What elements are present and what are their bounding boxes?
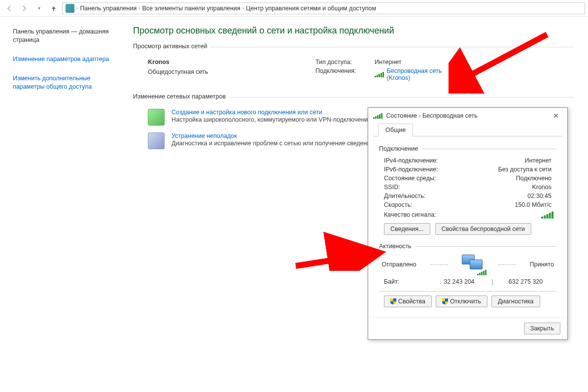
- bytes-sent: 32 243 204: [433, 278, 485, 285]
- speed-label: Скорость:: [384, 201, 412, 208]
- page-title: Просмотр основных сведений о сети и наст…: [133, 26, 573, 36]
- access-type-label: Тип доступа:: [315, 59, 375, 65]
- status-dialog: Состояние - Беспроводная сеть ✕ Общие По…: [368, 107, 568, 340]
- dialog-tabs: Общие: [373, 124, 562, 136]
- activity-graphic: Отправлено Принято: [379, 255, 556, 274]
- navbar: ▾ › Панель управления › Все элементы пан…: [0, 0, 588, 17]
- tab-general[interactable]: Общие: [378, 124, 413, 136]
- new-connection-icon: [148, 109, 165, 126]
- up-button[interactable]: [47, 2, 60, 15]
- monitors-icon: [462, 255, 484, 274]
- sidebar-home[interactable]: Панель управления — домашняя страница: [13, 28, 123, 44]
- forward-button[interactable]: [18, 2, 31, 15]
- shield-icon: [442, 298, 448, 304]
- bytes-received: 632 275 320: [500, 278, 552, 285]
- shield-icon: [390, 298, 396, 304]
- task-title[interactable]: Создание и настройка нового подключения …: [172, 109, 322, 116]
- troubleshoot-icon: [148, 132, 165, 149]
- breadcrumb-item[interactable]: Центр управления сетями и общим доступом: [246, 5, 376, 12]
- disable-button[interactable]: Отключить: [436, 295, 487, 307]
- ipv6-label: IPv6-подключение:: [384, 166, 438, 173]
- close-button[interactable]: ✕: [550, 112, 562, 120]
- sidebar: Панель управления — домашняя страница Из…: [0, 17, 128, 392]
- close-dialog-button[interactable]: Закрыть: [524, 323, 560, 334]
- dialog-titlebar[interactable]: Состояние - Беспроводная сеть ✕: [368, 108, 567, 124]
- wifi-bars-icon: [375, 71, 384, 77]
- properties-button[interactable]: Свойства: [384, 295, 432, 307]
- connection-group-label: Подключение: [379, 145, 556, 152]
- access-type-value: Интернет: [375, 59, 402, 65]
- speed-value: 150.0 Мбит/с: [515, 201, 552, 208]
- wifi-bars-icon: [373, 113, 382, 119]
- connections-label: Подключения:: [315, 67, 375, 81]
- control-panel-icon: [66, 4, 74, 13]
- active-network: Kronos Общедоступная сеть Тип доступа: И…: [148, 59, 573, 83]
- ssid-value: Kronos: [532, 184, 552, 191]
- task-title[interactable]: Устранение неполадок: [172, 132, 237, 139]
- duration-value: 02:30:45: [527, 193, 552, 199]
- breadcrumb-item[interactable]: Все элементы панели управления: [142, 5, 241, 12]
- bytes-label: Байт:: [384, 278, 433, 285]
- breadcrumb[interactable]: › Панель управления › Все элементы панел…: [62, 2, 585, 14]
- change-settings-heading: Изменение сетевых параметров: [133, 93, 573, 102]
- network-name: Kronos: [148, 59, 315, 65]
- diagnose-button[interactable]: Диагностика: [491, 295, 540, 307]
- sent-label: Отправлено: [381, 261, 416, 268]
- recv-label: Принято: [530, 261, 554, 268]
- wireless-properties-button[interactable]: Свойства беспроводной сети: [435, 223, 532, 235]
- media-state-value: Подключено: [516, 175, 552, 182]
- media-state-label: Состояние среды:: [384, 175, 436, 182]
- dialog-title: Состояние - Беспроводная сеть: [386, 112, 546, 119]
- duration-label: Длительность:: [384, 193, 426, 199]
- network-profile: Общедоступная сеть: [148, 68, 315, 75]
- sidebar-adapter-settings[interactable]: Изменение параметров адаптера: [13, 55, 123, 64]
- details-button[interactable]: Сведения...: [384, 223, 430, 235]
- active-networks-heading: Просмотр активных сетей: [133, 43, 573, 52]
- ipv4-value: Интернет: [524, 157, 552, 164]
- sidebar-sharing-settings[interactable]: Изменить дополнительные параметры общего…: [13, 74, 123, 91]
- activity-group-label: Активность: [379, 243, 556, 250]
- ssid-label: SSID:: [384, 184, 400, 191]
- breadcrumb-item[interactable]: Панель управления: [80, 5, 137, 12]
- signal-label: Качество сигнала:: [384, 211, 436, 218]
- signal-strength-icon: [541, 211, 553, 219]
- ipv4-label: IPv4-подключение:: [384, 157, 438, 164]
- back-button[interactable]: [3, 2, 16, 15]
- ipv6-value: Без доступа к сети: [498, 166, 552, 173]
- recent-button[interactable]: ▾: [33, 2, 45, 15]
- connection-link[interactable]: Беспроводная сеть (Kronos): [387, 67, 461, 81]
